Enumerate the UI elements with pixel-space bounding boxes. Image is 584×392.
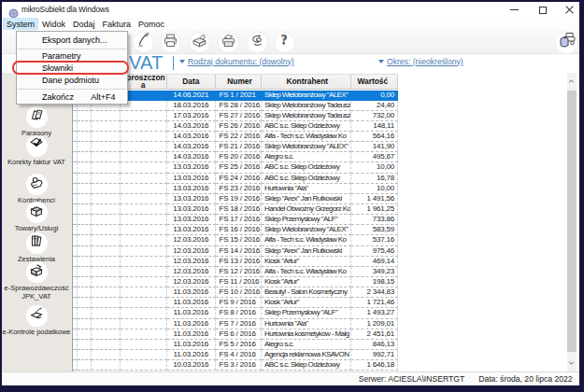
table-row[interactable]: 17.03.2016 FS 27 / 2016 Sklep Wielobranż…	[73, 111, 398, 121]
table-row[interactable]: 14.03.2016 FS 21 / 2016 Sklep Wielobranż…	[73, 142, 398, 152]
column-header-kontrahent[interactable]: Kontrahent	[262, 75, 351, 90]
table-row[interactable]: 13.03.2016 FS 19 / 2016 Sklep "Arex" Jan…	[73, 194, 398, 204]
chevron-down-icon	[378, 60, 384, 63]
table-row[interactable]: 11.03.2016 FS 7 / 2016 Hurtownia "Ala" 1…	[73, 319, 398, 329]
system-menu-item[interactable]: Dane podmiotu	[17, 75, 127, 87]
cell-date: 12.03.2016	[167, 277, 217, 287]
table-row[interactable]: 11.03.2016 FS 10 / 2016 Beauty! - Salon …	[73, 287, 398, 298]
sidebar-item-label: e-Sprawozdawczość JPK_VAT	[2, 284, 71, 301]
printer-open-icon	[192, 33, 207, 52]
table-row[interactable]: 11.03.2016 FS 5 / 2016 Alegro s.c. 846,1…	[73, 340, 398, 350]
sidebar-item[interactable]: e-Kontrole podatkowe	[2, 305, 71, 336]
cell-extra	[92, 162, 121, 173]
help-button[interactable]: ??	[275, 33, 294, 52]
table-row[interactable]: 11.03.2016 FS 9 / 2016 Kiosk "Artur" 1 7…	[73, 298, 398, 308]
scroll-down-icon[interactable]	[567, 357, 577, 371]
table-row[interactable]: 12.03.2016 FS 15 / 2016 Alfa - Tech s.c.…	[73, 235, 398, 245]
column-header-data[interactable]: Data	[167, 75, 217, 90]
menu-bar-item-label: System	[7, 20, 35, 29]
table-row[interactable]: 13.03.2016 FS 25 / 2016 ABC s.c. Sklep O…	[73, 162, 398, 173]
filter-period[interactable]: Okres: (nieokreślony)	[378, 57, 463, 66]
print-list-button[interactable]	[219, 33, 238, 52]
table-row[interactable]: 12.03.2016 FS 12 / 2016 Alfa - Tech s.c.…	[73, 267, 398, 277]
receipts-icon	[28, 106, 45, 127]
system-menu-item-label: Zakończ	[42, 92, 74, 102]
menu-bar-item[interactable]: Dodaj	[69, 18, 99, 30]
table-row[interactable]: 14.03.2016 FS 26 / 2016 ABC s.c. Sklep O…	[73, 121, 398, 132]
table-row[interactable]: 14.03.2016 FS 22 / 2016 Alfa - Tech s.c.…	[73, 132, 398, 142]
table-row[interactable]: 11.03.2016 FS 4 / 2016 Agencja reklamowa…	[73, 350, 398, 360]
sidebar-item[interactable]: Towary/Usługi	[2, 202, 71, 232]
cell-uproszczona	[121, 298, 167, 308]
maximize-button[interactable]	[531, 2, 555, 18]
table-row[interactable]: 12.03.2016 FS 13 / 2016 Kiosk "Artur" 46…	[73, 257, 398, 267]
menu-bar-item[interactable]: Pomoc	[135, 18, 168, 30]
help-question-icon: ??	[277, 33, 292, 52]
table-row[interactable]: 13.03.2016 FS 24 / 2016 ABC s.c. Sklep O…	[73, 174, 398, 184]
sidebar-item[interactable]: VAT e-Sprawozdawczość JPK_VAT	[2, 261, 71, 301]
menu-bar-item[interactable]: Widok	[38, 18, 69, 30]
cell-flag	[78, 298, 92, 308]
new-document-button[interactable]	[134, 33, 153, 52]
scroll-up-icon[interactable]	[567, 74, 577, 88]
filter-document-type[interactable]: Rodzaj dokumentu: (dowolny)	[179, 57, 294, 66]
sidebar-item-label: Korekty faktur VAT	[2, 158, 71, 166]
column-header-numer[interactable]: Numer	[216, 75, 262, 90]
print-preview-button[interactable]	[190, 33, 209, 52]
cell-uproszczona	[121, 267, 167, 277]
close-button[interactable]	[557, 2, 581, 18]
table-row[interactable]: 13.03.2016 FS 18 / 2016 Handel Obwoźny G…	[73, 204, 398, 215]
print-button[interactable]	[161, 33, 180, 52]
cell-date: 11.03.2016	[167, 287, 217, 298]
cell-date: 11.03.2016	[167, 340, 217, 350]
cell-flag	[78, 184, 92, 194]
table-row[interactable]: 11.03.2016 FS 8 / 2016 Sklep Przemysłowy…	[73, 308, 398, 318]
cell-value: 1 491,56	[351, 194, 399, 204]
column-header-wartosc[interactable]: Wartość	[351, 75, 399, 90]
cell-number: FS 23 / 2016	[216, 184, 262, 194]
cell-value: 2 344,83	[351, 287, 399, 298]
exit-printer-button[interactable]	[556, 32, 577, 53]
cell-flag	[78, 194, 92, 204]
menu-bar-item[interactable]: Faktura	[99, 18, 135, 30]
sidebar-item[interactable]: Kontrahenci	[2, 174, 71, 204]
system-menu-item-shortcut: Alt+F4	[91, 91, 115, 104]
table-row[interactable]: 10.03.2016 FS 3 / 2016 ABC s.c. Sklep Od…	[73, 360, 398, 371]
scrollbar-thumb[interactable]	[567, 91, 577, 352]
cell-date: 13.03.2016	[167, 174, 217, 184]
cell-flag	[78, 132, 92, 142]
cell-date: 12.03.2016	[167, 235, 217, 245]
table-row[interactable]: 12.03.2016 FS 11 / 2016 Kiosk "Artur" 19…	[73, 277, 398, 287]
cell-number: FS 18 / 2016	[216, 204, 262, 215]
cell-flag	[78, 329, 92, 340]
cell-extra	[92, 194, 121, 204]
refresh-button[interactable]	[248, 33, 267, 52]
sidebar-item-icon-circle	[26, 202, 48, 223]
filter-period-label: Okres: (nieokreślony)	[387, 57, 463, 66]
table-row[interactable]: 14.03.2016 FS 20 / 2016 Alegro s.c. 495,…	[73, 152, 398, 162]
sidebar-item[interactable]: Zestawienia	[2, 232, 71, 263]
menu-bar-item[interactable]: System	[3, 18, 38, 30]
system-menu-item[interactable]: Eksport danych...	[17, 35, 127, 47]
minimize-button[interactable]	[503, 2, 527, 18]
cell-contractor: Sklep Przemysłowy "ALF"	[262, 308, 351, 318]
sidebar-item[interactable]: Korekty faktur VAT	[2, 135, 71, 166]
window-border-top	[0, 0, 584, 2]
cell-number: FS 19 / 2016	[216, 194, 262, 204]
table-row[interactable]: 13.03.2016 FS 23 / 2016 Hurtownia "Ala" …	[73, 184, 398, 194]
cell-value: 1 646,18	[351, 360, 399, 371]
vertical-scrollbar[interactable]	[567, 73, 577, 371]
cell-uproszczona	[121, 225, 167, 235]
cell-value: 349,23	[351, 267, 399, 277]
cell-value: 2 451,61	[351, 329, 399, 340]
cell-contractor: Alegro s.c.	[262, 340, 351, 350]
system-menu-item[interactable]: Zakończ Alt+F4	[17, 91, 127, 104]
table-row[interactable]: 12.03.2016 FS 14 / 2016 Sklep "Arex" Jan…	[73, 246, 398, 257]
table-row[interactable]: 13.03.2016 FS 16 / 2016 Sklep Wielobranż…	[73, 225, 398, 235]
table-row[interactable]: 13.03.2016 FS 17 / 2016 Sklep Przemysłow…	[73, 215, 398, 225]
cell-number: FS 21 / 2016	[216, 142, 262, 152]
cell-date: 18.03.2016	[167, 101, 217, 111]
sidebar-item[interactable]: Paragony	[2, 106, 71, 137]
cell-value: 16,78	[351, 174, 399, 184]
table-row[interactable]: 11.03.2016 FS 6 / 2016 Hurtownia kosmety…	[73, 329, 398, 340]
